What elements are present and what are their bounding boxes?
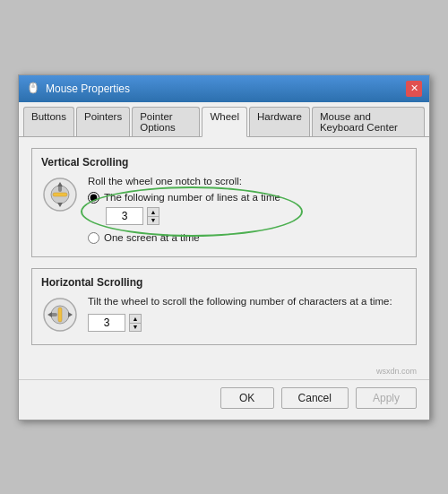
vertical-scrolling-section: Vertical Scrolling Roll the wheel one no… [31,148,417,257]
horizontal-scrolling-section: Horizontal Scrolling Tilt the wheel to s… [31,268,417,345]
radio-lines[interactable] [88,192,99,204]
horizontal-scroll-icon [41,296,79,334]
horizontal-spin-buttons: ▲ ▼ [129,314,142,332]
vertical-lines-input[interactable] [106,207,143,225]
tab-pointer-options[interactable]: Pointer Options [132,107,200,136]
vertical-scroll-icon [41,176,79,213]
horizontal-section-inner: Tilt the wheel to scroll the following n… [41,296,407,335]
roll-label: Roll the wheel one notch to scroll: [88,176,407,186]
svg-rect-8 [53,193,67,196]
tab-keyboard-center[interactable]: Mouse and Keyboard Center [312,107,425,136]
ok-button[interactable]: OK [220,387,274,409]
tab-buttons[interactable]: Buttons [23,107,74,136]
cancel-button[interactable]: Cancel [281,387,349,409]
vertical-section-title: Vertical Scrolling [41,156,407,169]
radio-screen-label: One screen at a time [104,232,200,243]
tab-content: Vertical Scrolling Roll the wheel one no… [19,137,429,367]
title-bar-left: Mouse Properties [26,82,130,96]
footer-buttons: OK Cancel Apply [19,379,429,420]
watermark: wsxdn.com [19,367,429,379]
close-button[interactable]: ✕ [406,81,422,97]
horizontal-spin-up[interactable]: ▲ [129,314,142,323]
spin-row-vertical: ▲ ▼ [106,207,280,225]
radio-lines-label: The following number of lines at a time [104,192,280,203]
spin-row-horizontal: ▲ ▼ [88,314,407,332]
window-title: Mouse Properties [46,82,130,95]
vertical-options: Roll the wheel one notch to scroll: The … [88,176,407,247]
svg-rect-14 [58,308,62,322]
mouse-properties-window: Mouse Properties ✕ Buttons Pointers Poin… [18,74,430,420]
horizontal-options: Tilt the wheel to scroll the following n… [88,296,407,335]
horizontal-spin-down[interactable]: ▼ [129,323,142,332]
title-bar: Mouse Properties ✕ [19,75,429,102]
radio-option-screen: One screen at a time [88,232,407,244]
apply-button[interactable]: Apply [356,387,417,409]
vertical-spin-up[interactable]: ▲ [147,207,159,216]
horizontal-chars-input[interactable] [88,314,125,332]
svg-rect-2 [31,85,35,88]
tab-hardware[interactable]: Hardware [249,107,310,136]
horizontal-section-title: Horizontal Scrolling [41,276,407,289]
vertical-spin-buttons: ▲ ▼ [147,207,159,225]
radio-option-lines: The following number of lines at a time [88,192,280,204]
mouse-icon [26,82,40,96]
tab-wheel[interactable]: Wheel [202,107,247,137]
tab-pointers[interactable]: Pointers [76,107,130,136]
tilt-label: Tilt the wheel to scroll the following n… [88,296,407,307]
vertical-spin-down[interactable]: ▼ [147,216,159,225]
tab-bar: Buttons Pointers Pointer Options Wheel H… [19,102,429,137]
radio-screen[interactable] [88,232,99,244]
vertical-section-inner: Roll the wheel one notch to scroll: The … [41,176,407,247]
